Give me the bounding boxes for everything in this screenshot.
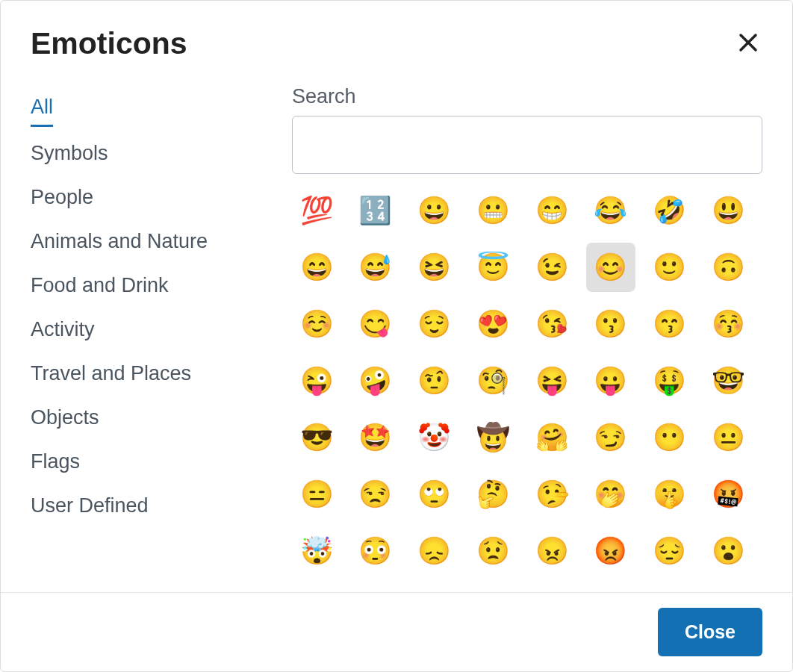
emoji-smiling-face-heart-eyes[interactable]: 😍	[468, 299, 517, 349]
emoji-grinning-face-sweat[interactable]: 😅	[351, 243, 400, 292]
emoji-smiling-face[interactable]: ☺️	[292, 299, 341, 349]
main-area: Search 💯🔢😀😬😁😂🤣😃😄😅😆😇😉😊🙂🙃☺️😋😌😍😘😗😙😚😜🤪🤨🧐😝😛🤑🤓…	[292, 85, 762, 585]
category-objects[interactable]: Objects	[31, 396, 99, 440]
emoji-zany-face[interactable]: 🤪	[351, 356, 400, 405]
close-icon[interactable]	[734, 28, 762, 60]
emoji-worried-face[interactable]: 😟	[468, 526, 517, 576]
emoji-face-tongue[interactable]: 😛	[586, 356, 635, 405]
emoji-kissing-face-smiling-eyes[interactable]: 😙	[645, 299, 694, 349]
emoji-kissing-face-closed-eyes[interactable]: 😚	[703, 299, 753, 349]
emoji-smirking-face[interactable]: 😏	[586, 413, 635, 462]
emoji-angry-face[interactable]: 😠	[527, 526, 576, 576]
category-flags[interactable]: Flags	[31, 440, 80, 484]
emoji-face-open-mouth[interactable]: 😮	[703, 526, 753, 576]
emoji-clown-face[interactable]: 🤡	[410, 413, 459, 462]
emoji-money-mouth-face[interactable]: 🤑	[645, 356, 694, 405]
emoji-grimacing-face[interactable]: 😬	[468, 186, 517, 235]
emoji-hundred-points[interactable]: 💯	[292, 186, 341, 235]
category-symbols[interactable]: Symbols	[31, 131, 108, 175]
close-button[interactable]: Close	[658, 608, 762, 656]
category-activity[interactable]: Activity	[31, 308, 95, 352]
dialog-header: Emoticons	[1, 1, 792, 69]
emoji-star-struck[interactable]: 🤩	[351, 413, 400, 462]
emoji-upside-down-face[interactable]: 🙃	[703, 243, 753, 292]
emoji-face-rolling-eyes[interactable]: 🙄	[410, 470, 459, 519]
emoji-expressionless-face[interactable]: 😑	[292, 470, 341, 519]
emoji-rolling-on-the-floor-laughing[interactable]: 🤣	[645, 186, 694, 235]
x-icon	[738, 33, 758, 52]
category-animals-nature[interactable]: Animals and Nature	[31, 220, 208, 264]
category-list: AllSymbolsPeopleAnimals and NatureFood a…	[31, 85, 262, 585]
emoji-grinning-face-smiling-eyes[interactable]: 😄	[292, 243, 341, 292]
emoji-kissing-face[interactable]: 😗	[586, 299, 635, 349]
emoji-exploding-head[interactable]: 🤯	[292, 526, 341, 576]
emoji-unamused-face[interactable]: 😒	[351, 470, 400, 519]
emoji-face-raised-eyebrow[interactable]: 🤨	[410, 356, 459, 405]
emoji-grinning-face[interactable]: 😀	[410, 186, 459, 235]
emoji-pouting-face[interactable]: 😡	[586, 526, 635, 576]
emoji-squinting-face-tongue[interactable]: 😝	[527, 356, 576, 405]
category-people[interactable]: People	[31, 175, 93, 220]
emoji-cowboy-hat-face[interactable]: 🤠	[468, 413, 517, 462]
emoji-flushed-face[interactable]: 😳	[351, 526, 400, 576]
emoji-lying-face[interactable]: 🤥	[527, 470, 576, 519]
emoji-face-savoring-food[interactable]: 😋	[351, 299, 400, 349]
emoji-input-numbers[interactable]: 🔢	[351, 186, 400, 235]
emoji-hugging-face[interactable]: 🤗	[527, 413, 576, 462]
category-user-defined[interactable]: User Defined	[31, 484, 149, 528]
emoji-relieved-face[interactable]: 😌	[410, 299, 459, 349]
dialog-body: AllSymbolsPeopleAnimals and NatureFood a…	[1, 69, 792, 592]
emoji-grinning-squinting-face[interactable]: 😆	[410, 243, 459, 292]
emoji-smiling-face-sunglasses[interactable]: 😎	[292, 413, 341, 462]
category-travel-places[interactable]: Travel and Places	[31, 352, 191, 396]
emoji-grinning-face-big-eyes[interactable]: 😃	[703, 186, 753, 235]
emoji-face-blowing-kiss[interactable]: 😘	[527, 299, 576, 349]
dialog-footer: Close	[1, 592, 792, 671]
emoji-face-without-mouth[interactable]: 😶	[645, 413, 694, 462]
emoji-disappointed-face[interactable]: 😞	[410, 526, 459, 576]
emoji-nerd-face[interactable]: 🤓	[703, 356, 753, 405]
emoji-face-monocle[interactable]: 🧐	[468, 356, 517, 405]
emoji-grid: 💯🔢😀😬😁😂🤣😃😄😅😆😇😉😊🙂🙃☺️😋😌😍😘😗😙😚😜🤪🤨🧐😝😛🤑🤓😎🤩🤡🤠🤗😏😶…	[292, 186, 755, 576]
emoji-face-hand-over-mouth[interactable]: 🤭	[586, 470, 635, 519]
emoji-winking-face-tongue[interactable]: 😜	[292, 356, 341, 405]
emoji-thinking-face[interactable]: 🤔	[468, 470, 517, 519]
emoji-beaming-face[interactable]: 😁	[527, 186, 576, 235]
emoji-winking-face[interactable]: 😉	[527, 243, 576, 292]
category-food-drink[interactable]: Food and Drink	[31, 264, 169, 308]
emoji-smiling-face-smiling-eyes[interactable]: 😊	[586, 243, 635, 292]
emoji-scroll-area[interactable]: 💯🔢😀😬😁😂🤣😃😄😅😆😇😉😊🙂🙃☺️😋😌😍😘😗😙😚😜🤪🤨🧐😝😛🤑🤓😎🤩🤡🤠🤗😏😶…	[292, 186, 762, 585]
emoji-smiling-face-halo[interactable]: 😇	[468, 243, 517, 292]
emoji-face-with-tears-of-joy[interactable]: 😂	[586, 186, 635, 235]
emoji-face-symbols-on-mouth[interactable]: 🤬	[703, 470, 753, 519]
dialog-title: Emoticons	[31, 26, 187, 61]
emoji-shushing-face[interactable]: 🤫	[645, 470, 694, 519]
emoji-slightly-smiling-face[interactable]: 🙂	[645, 243, 694, 292]
category-all[interactable]: All	[31, 85, 53, 127]
search-input[interactable]	[292, 116, 762, 174]
search-label: Search	[292, 85, 762, 108]
emoji-neutral-face[interactable]: 😐	[703, 413, 753, 462]
emoji-pensive-face[interactable]: 😔	[645, 526, 694, 576]
emoticon-dialog: Emoticons AllSymbolsPeopleAnimals and Na…	[0, 0, 793, 672]
